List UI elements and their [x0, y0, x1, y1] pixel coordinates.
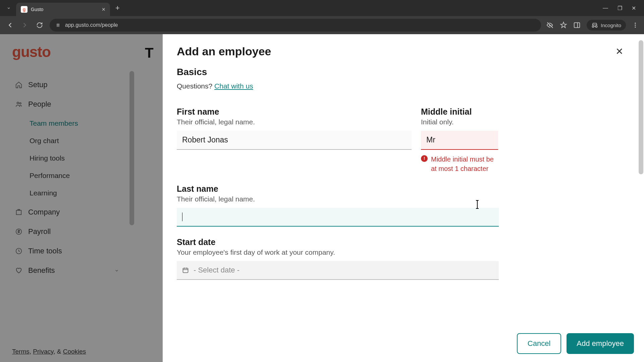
app-viewport: gusto Setup People Team members Org char…	[0, 34, 644, 362]
forward-button[interactable]	[20, 20, 30, 30]
modal-body: Basics Questions? Chat with us First nam…	[163, 67, 644, 326]
add-employee-button[interactable]: Add employee	[567, 333, 634, 354]
modal-scrollbar-thumb[interactable]	[639, 40, 643, 174]
last-name-input[interactable]	[177, 208, 499, 227]
svg-rect-0	[574, 23, 580, 28]
first-name-hint: Their official, legal name.	[177, 118, 412, 126]
svg-point-4	[635, 26, 636, 27]
tab-search-dropdown[interactable]	[4, 3, 13, 13]
reload-button[interactable]	[35, 20, 44, 30]
tab-close-icon[interactable]: ×	[102, 6, 105, 13]
middle-initial-error: ! Middle initial must be at most 1 chara…	[421, 155, 498, 173]
minimize-icon[interactable]: —	[603, 5, 608, 11]
browser-chrome: g Gusto × + — ❐ ✕ app.gusto.com/people	[0, 0, 644, 34]
tab-title: Gusto	[31, 7, 102, 12]
address-bar: app.gusto.com/people Incognito	[0, 16, 644, 34]
kebab-menu-icon[interactable]	[632, 22, 639, 28]
bookmark-star-icon[interactable]	[560, 21, 567, 29]
first-name-label: First name	[177, 107, 412, 117]
modal-title: Add an employee	[177, 45, 271, 58]
modal-footer: Cancel Add employee	[163, 326, 644, 362]
new-tab-button[interactable]: +	[115, 4, 120, 12]
back-button[interactable]	[5, 20, 15, 30]
modal-header: Add an employee ✕	[163, 34, 644, 67]
start-date-field: Start date Your employee's first day of …	[177, 237, 499, 280]
start-date-input[interactable]: - Select date -	[177, 261, 499, 280]
tab-bar: g Gusto × + — ❐ ✕	[0, 0, 644, 16]
add-employee-modal: Add an employee ✕ Basics Questions? Chat…	[163, 34, 644, 362]
start-date-placeholder: - Select date -	[194, 266, 239, 275]
site-info-icon[interactable]	[55, 22, 61, 28]
url-text: app.gusto.com/people	[65, 22, 536, 28]
incognito-icon	[591, 22, 598, 28]
maximize-icon[interactable]: ❐	[618, 5, 622, 11]
last-name-label: Last name	[177, 184, 499, 194]
last-name-hint: Their official, legal name.	[177, 195, 499, 203]
modal-scrollbar-track[interactable]	[639, 40, 643, 356]
incognito-badge[interactable]: Incognito	[587, 20, 626, 31]
first-name-field: First name Their official, legal name.	[177, 107, 412, 173]
side-panel-icon[interactable]	[573, 21, 581, 29]
svg-point-2	[635, 23, 636, 24]
error-text: Middle initial must be at most 1 charact…	[431, 155, 498, 173]
error-icon: !	[421, 155, 428, 162]
chat-with-us-link[interactable]: Chat with us	[214, 82, 253, 90]
middle-initial-field: Middle initial Initial only. ! Middle in…	[421, 107, 498, 173]
middle-initial-input[interactable]	[421, 131, 498, 150]
text-cursor-ibeam	[477, 201, 478, 208]
calendar-icon	[182, 267, 189, 274]
questions-line: Questions? Chat with us	[177, 82, 630, 90]
browser-tab[interactable]: g Gusto ×	[16, 3, 110, 16]
svg-point-3	[635, 24, 636, 25]
middle-initial-hint: Initial only.	[421, 118, 498, 126]
window-controls: — ❐ ✕	[603, 5, 640, 11]
tab-favicon: g	[21, 6, 28, 13]
eye-off-icon[interactable]	[546, 21, 554, 29]
start-date-hint: Your employee's first day of work at you…	[177, 248, 499, 256]
first-name-input[interactable]	[177, 131, 412, 150]
start-date-label: Start date	[177, 237, 499, 247]
svg-rect-11	[183, 268, 188, 273]
text-caret	[182, 213, 182, 221]
cancel-button[interactable]: Cancel	[517, 333, 561, 354]
close-icon[interactable]: ✕	[615, 46, 630, 57]
close-window-icon[interactable]: ✕	[632, 5, 636, 11]
middle-initial-label: Middle initial	[421, 107, 498, 117]
section-heading: Basics	[177, 67, 630, 77]
url-bar[interactable]: app.gusto.com/people	[50, 19, 541, 32]
last-name-field: Last name Their official, legal name.	[177, 184, 499, 227]
